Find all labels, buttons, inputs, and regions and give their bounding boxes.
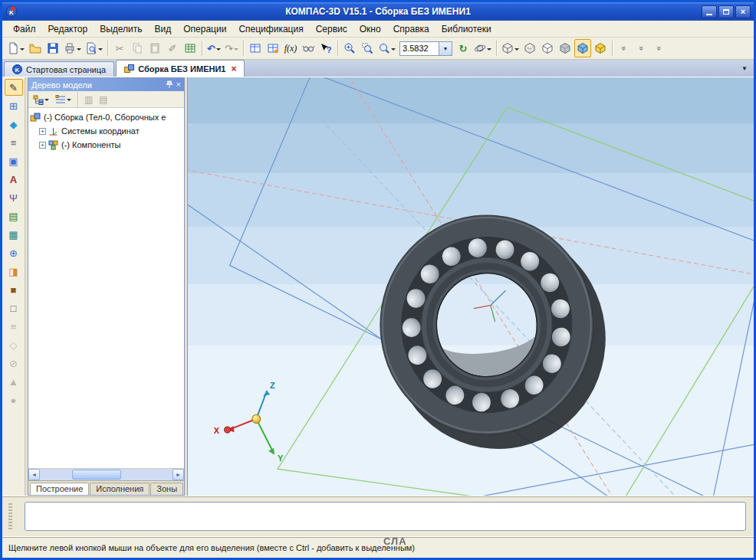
zoom-all-button[interactable] [376,39,397,57]
menu-help[interactable]: Справка [387,22,436,36]
auxiliary-geometry-icon[interactable]: ▣ [5,152,23,169]
print-button[interactable] [62,39,83,57]
main-area: ✎ ⊞ ◆ ≡ ▣ A Ψ ▤ ▦ ⊕ ◨ ■ □ ≡ ◇ ⊘ ▲ ● Дере… [2,77,754,496]
model-tree-panel: Дерево модели × ▥ ▤ [28,77,185,496]
hidden-lines-button[interactable] [539,39,556,57]
tree-structure-button[interactable] [31,92,51,106]
tab-construction[interactable]: Построение [30,483,89,495]
paste-button [146,39,163,57]
tree-composition-button[interactable] [53,92,74,106]
menu-select[interactable]: Выделить [94,22,148,36]
components-icon[interactable]: □ [5,300,23,316]
scene-svg: Z X Y [188,77,754,496]
tab-close-icon[interactable]: × [231,64,236,74]
current-scale-dropdown[interactable]: ▼ [439,41,452,56]
menu-editor[interactable]: Редактор [42,22,94,36]
close-button[interactable]: × [735,5,751,18]
context-help-button[interactable]: ? [317,39,334,57]
orientation-triad: Z X Y [214,381,284,463]
dropdown-caret-icon [487,48,491,53]
scissors-icon: ✂ [116,44,124,54]
shaded-with-edges-button[interactable] [574,39,591,57]
menu-operations[interactable]: Операции [177,22,232,36]
menu-libraries[interactable]: Библиотеки [436,22,498,36]
menu-view[interactable]: Вид [149,22,178,36]
spectacles-icon [302,42,314,54]
property-bar-grip[interactable] [8,503,12,529]
tree-root-node[interactable]: (-) Сборка (Тел-0, Сборочных е [30,110,182,124]
menu-service[interactable]: Сервис [310,22,353,36]
edit-assembly-icon[interactable]: ✎ [5,79,23,96]
toolbar-extension-2[interactable]: » [633,39,650,57]
fx-icon: f(x) [284,43,297,54]
bearing-model[interactable] [368,201,618,463]
toolbar-extension-3[interactable]: » [651,39,668,57]
tree-node-components[interactable]: + (-) Компоненты [30,138,182,152]
tab-start-page[interactable]: K Стартовая страница [4,61,114,77]
assembly-icon [30,112,41,123]
orientation-button[interactable] [500,39,521,57]
minimize-button[interactable] [702,5,717,18]
variables-table-button[interactable] [265,39,281,57]
title-bar[interactable]: K КОМПАС-3D V15.1 - Сборка БЕЗ ИМЕНИ1 × [2,2,754,21]
window-list-dropdown[interactable]: ▼ [737,64,752,74]
diagnostics-icon: ◇ [5,336,23,353]
reports-icon[interactable]: ⊕ [5,244,23,261]
function-button[interactable]: f(x) [282,39,299,57]
tab-zones[interactable]: Зоны [150,483,183,495]
toolbar-separator [496,41,497,56]
surfaces-icon[interactable]: ◆ [5,116,23,133]
scroll-thumb[interactable] [72,470,121,480]
menu-window[interactable]: Окно [353,22,387,36]
arrays-icon[interactable]: ≡ [5,134,23,151]
rotate-view-button[interactable] [472,39,493,57]
wireframe-button[interactable] [521,39,538,57]
3d-viewport[interactable]: Z X Y [187,77,754,496]
print-preview-button[interactable] [84,39,104,57]
variables-button[interactable] [247,39,264,57]
tree-horizontal-scrollbar[interactable]: ◄ ► [28,468,184,480]
refresh-image-button[interactable]: ↻ [455,39,472,57]
specification-icon[interactable]: ▦ [5,226,23,243]
orbit-icon [474,42,486,54]
restore-button[interactable] [718,5,734,18]
expand-icon[interactable]: + [39,128,46,135]
zoom-frame-icon [361,42,373,54]
model-tree-toolbar: ▥ ▤ [28,91,184,108]
filters-icon[interactable]: ▤ [5,208,23,224]
current-scale-input[interactable] [399,41,439,56]
sheet-metal-icon[interactable]: ■ [5,281,23,298]
menu-file[interactable]: Файл [7,22,42,36]
dropdown-caret-icon [67,99,71,103]
save-button[interactable] [44,39,61,57]
dropdown-caret-icon [98,48,103,53]
open-document-button[interactable] [27,39,44,57]
dropdown-caret-icon [216,48,221,53]
menu-specification[interactable]: Спецификация [232,22,309,36]
pin-icon[interactable] [166,80,173,89]
zoom-in-button[interactable] [341,39,358,57]
new-document-button[interactable] [5,39,26,57]
annotations-icon[interactable]: A [5,171,23,188]
shaded-button[interactable] [557,39,574,57]
tab-assembly[interactable]: Сборка БЕЗ ИМЕНИ1 × [116,60,245,77]
spatial-curves-icon[interactable]: ⊞ [5,97,23,114]
scroll-right-icon[interactable]: ► [173,469,184,480]
zoom-by-frame-button[interactable] [359,39,376,57]
expand-icon[interactable]: + [39,142,46,149]
panel-close-icon[interactable]: × [176,80,181,89]
perspective-button[interactable] [592,39,609,57]
refresh-icon: ↻ [459,44,468,54]
redo-icon: ↷ [225,44,233,54]
scroll-left-icon[interactable]: ◄ [28,469,40,480]
design-elements-icon[interactable]: ◨ [5,263,23,280]
spectacles-button[interactable] [300,39,317,57]
tree-node-coordinate-systems[interactable]: + Системы координат [30,124,182,138]
tab-versions[interactable]: Исполнения [90,483,150,495]
undo-button[interactable]: ↶ [205,39,222,57]
spreadsheet-button[interactable] [182,39,199,57]
toolbar-extension-1[interactable]: » [616,39,633,57]
measurements-3d-icon[interactable]: Ψ [5,189,23,206]
property-bar[interactable] [25,502,746,531]
dropdown-caret-icon [234,48,238,53]
